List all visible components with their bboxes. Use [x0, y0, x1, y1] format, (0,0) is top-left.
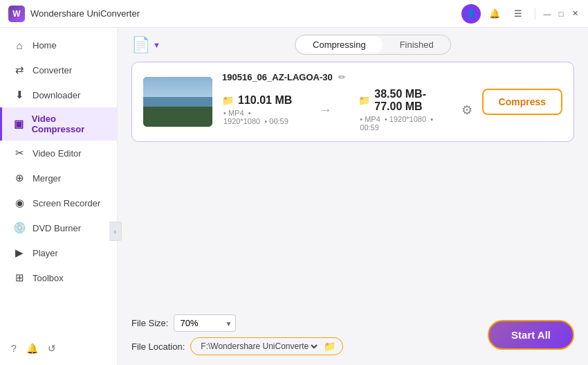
- refresh-icon[interactable]: ↺: [48, 343, 56, 354]
- titlebar-divider: [535, 8, 535, 19]
- app-logo: W: [8, 6, 25, 22]
- sidebar-item-player[interactable]: ▶ Player: [0, 240, 117, 265]
- downloader-icon: ⬇: [13, 89, 26, 101]
- screen-recorder-icon: ◉: [13, 197, 26, 209]
- video-editor-icon: ✂: [13, 147, 26, 159]
- thumb-ground: [143, 105, 212, 127]
- add-caret-icon: ▼: [153, 41, 160, 49]
- sidebar-label-home: Home: [33, 40, 57, 51]
- file-size-row: File Size: 70% 60% 50% 80% 90% ▼: [131, 314, 343, 332]
- arrow-right-icon: →: [318, 102, 332, 118]
- output-meta: • MP4 • 1920*1080 • 00:59: [358, 115, 443, 132]
- home-icon: ⌂: [13, 39, 26, 51]
- file-location-folder-icon[interactable]: 📁: [324, 341, 336, 352]
- profile-button[interactable]: 👤: [461, 4, 481, 24]
- content-area: 📄 ▼ Compressing Finished 190516_06_AZ-LA…: [118, 28, 588, 365]
- file-location-wrapper: F:\Wondershare UniConverte 📁: [190, 337, 343, 355]
- sidebar-collapse-button[interactable]: ‹: [109, 222, 122, 241]
- minimize-button[interactable]: —: [542, 9, 552, 19]
- tab-finished[interactable]: Finished: [383, 35, 450, 54]
- bottom-bar: File Size: 70% 60% 50% 80% 90% ▼: [118, 306, 588, 365]
- sidebar-label-player: Player: [33, 248, 58, 258]
- source-info: 📁 110.01 MB • MP4 • 1920*1080 • 00:59: [222, 94, 292, 125]
- sidebar-item-downloader[interactable]: ⬇ Downloader: [0, 82, 117, 107]
- source-folder-icon: 📁: [222, 95, 234, 106]
- tabs-group: Compressing Finished: [295, 35, 451, 55]
- file-info: 190516_06_AZ-LAGOA-30 ✏ 📁 110.01 MB • MP…: [222, 72, 472, 132]
- converter-icon: ⇄: [13, 64, 26, 76]
- sidebar-item-dvd-burner[interactable]: 💿 DVD Burner: [0, 215, 117, 240]
- content-toolbar: 📄 ▼ Compressing Finished: [118, 28, 588, 62]
- maximize-button[interactable]: □: [556, 9, 566, 19]
- video-compressor-icon: ▣: [13, 118, 25, 130]
- sidebar-label-toolbox: Toolbox: [33, 273, 64, 283]
- help-icon[interactable]: ?: [11, 343, 17, 354]
- sidebar-item-video-editor[interactable]: ✂ Video Editor: [0, 141, 117, 166]
- toolbox-icon: ⊞: [13, 271, 26, 284]
- source-size: 110.01 MB: [238, 94, 292, 107]
- sidebar-item-screen-recorder[interactable]: ◉ Screen Recorder: [0, 190, 117, 215]
- sidebar-footer: ? 🔔 ↺: [0, 337, 117, 359]
- output-folder-icon: 📁: [358, 95, 370, 106]
- source-meta: • MP4 • 1920*1080 • 00:59: [222, 109, 292, 125]
- sidebar-item-video-compressor[interactable]: ▣ Video Compressor: [0, 107, 117, 141]
- sidebar-item-home[interactable]: ⌂ Home: [0, 33, 117, 57]
- sidebar-item-toolbox[interactable]: ⊞ Toolbox: [0, 265, 117, 290]
- sidebar-label-dvd-burner: DVD Burner: [33, 223, 81, 233]
- start-all-button[interactable]: Start All: [488, 320, 574, 350]
- compress-button[interactable]: Compress: [482, 89, 562, 115]
- sidebar-label-converter: Converter: [33, 65, 72, 75]
- file-location-row: File Location: F:\Wondershare UniConvert…: [131, 337, 343, 355]
- edit-filename-icon[interactable]: ✏: [338, 72, 346, 82]
- sidebar-label-merger: Merger: [33, 173, 61, 184]
- file-size-select-wrapper: 70% 60% 50% 80% 90% ▼: [174, 314, 236, 332]
- thumb-water: [143, 97, 212, 107]
- file-thumbnail: [143, 77, 212, 127]
- sidebar-label-video-editor: Video Editor: [33, 148, 82, 159]
- sidebar-item-converter[interactable]: ⇄ Converter: [0, 57, 117, 82]
- file-size-label: File Size:: [131, 318, 168, 328]
- merger-icon: ⊕: [13, 172, 26, 184]
- file-card: 190516_06_AZ-LAGOA-30 ✏ 📁 110.01 MB • MP…: [131, 62, 574, 142]
- file-settings-button[interactable]: ⚙: [461, 103, 472, 118]
- dvd-burner-icon: 💿: [13, 222, 26, 234]
- output-size: 38.50 MB-77.00 MB: [374, 88, 443, 113]
- titlebar: W Wondershare UniConverter 👤 🔔 ☰ — □ ✕: [0, 0, 588, 28]
- menu-button[interactable]: ☰: [508, 4, 528, 24]
- add-file-button[interactable]: 📄 ▼: [131, 36, 160, 54]
- sidebar-item-merger[interactable]: ⊕ Merger: [0, 166, 117, 190]
- notification-icon[interactable]: 🔔: [26, 343, 38, 354]
- file-meta-row: 📁 110.01 MB • MP4 • 1920*1080 • 00:59 → …: [222, 88, 472, 132]
- titlebar-controls: 👤 🔔 ☰ — □ ✕: [461, 4, 580, 24]
- notifications-button[interactable]: 🔔: [485, 4, 504, 24]
- add-file-icon: 📄: [131, 36, 150, 54]
- sidebar-label-video-compressor: Video Compressor: [32, 114, 106, 134]
- file-name: 190516_06_AZ-LAGOA-30: [222, 72, 333, 82]
- file-location-select[interactable]: F:\Wondershare UniConverte: [198, 341, 320, 352]
- app-title: Wondershare UniConverter: [30, 8, 461, 19]
- output-info: 📁 38.50 MB-77.00 MB • MP4 • 1920*1080 • …: [358, 88, 443, 132]
- sidebar-label-downloader: Downloader: [33, 90, 80, 100]
- file-name-row: 190516_06_AZ-LAGOA-30 ✏: [222, 72, 472, 82]
- bottom-left: File Size: 70% 60% 50% 80% 90% ▼: [131, 314, 343, 355]
- file-location-label: File Location:: [131, 341, 185, 352]
- sidebar: ⌂ Home ⇄ Converter ⬇ Downloader ▣ Video …: [0, 28, 118, 365]
- close-button[interactable]: ✕: [570, 9, 580, 19]
- tab-compressing[interactable]: Compressing: [296, 36, 383, 53]
- file-size-select[interactable]: 70% 60% 50% 80% 90%: [174, 314, 236, 332]
- sidebar-label-screen-recorder: Screen Recorder: [33, 198, 100, 208]
- player-icon: ▶: [13, 247, 26, 259]
- main-layout: ⌂ Home ⇄ Converter ⬇ Downloader ▣ Video …: [0, 28, 588, 365]
